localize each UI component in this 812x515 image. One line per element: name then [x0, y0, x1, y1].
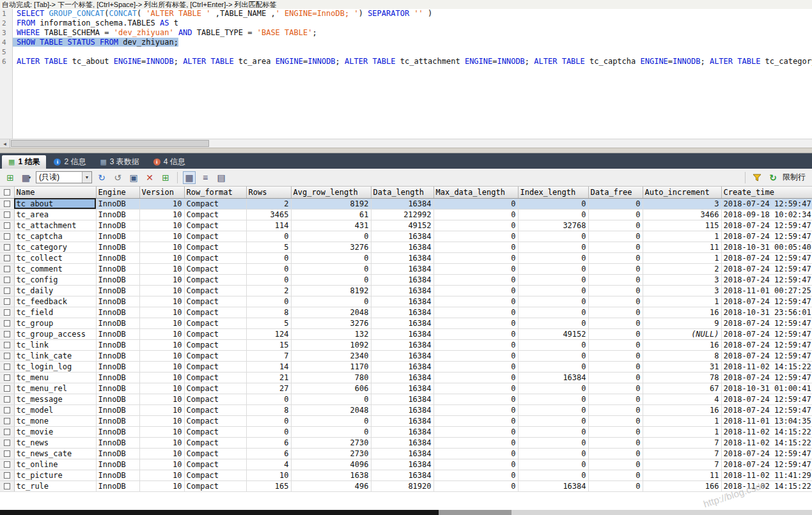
- cell-row_format[interactable]: Compact: [184, 285, 246, 296]
- cell-engine[interactable]: InnoDB: [96, 339, 139, 350]
- cell-row_format[interactable]: Compact: [184, 361, 246, 372]
- cell-data_length[interactable]: 16384: [371, 415, 433, 426]
- cell-auto_increment[interactable]: 7: [643, 448, 721, 459]
- cell-auto_increment[interactable]: 4: [643, 394, 721, 404]
- cell-index_length[interactable]: 0: [518, 296, 588, 307]
- cell-rows[interactable]: 14: [246, 361, 291, 372]
- cell-version[interactable]: 10: [139, 231, 184, 242]
- cell-auto_increment[interactable]: 2: [643, 263, 721, 274]
- cell-auto_increment[interactable]: 3466: [643, 209, 721, 220]
- editor-line[interactable]: 3WHERE TABLE_SCHEMA = 'dev_zhiyuan' AND …: [0, 28, 812, 38]
- cell-row_format[interactable]: Compact: [184, 252, 246, 263]
- cell-version[interactable]: 10: [139, 480, 184, 491]
- tab-3[interactable]: ▦3 表数据: [93, 155, 145, 169]
- cell-name[interactable]: tc_group: [14, 318, 96, 328]
- row-checkbox[interactable]: [4, 211, 10, 218]
- cell-engine[interactable]: InnoDB: [96, 437, 139, 448]
- cell-name[interactable]: tc_captcha: [14, 231, 96, 242]
- cell-index_length[interactable]: 0: [518, 318, 588, 328]
- cell-data_free[interactable]: 0: [588, 470, 643, 480]
- cell-create_time[interactable]: 2018-11-02 14:15:22: [721, 361, 812, 372]
- cell-max_data_length[interactable]: 0: [433, 459, 518, 470]
- cell-rows[interactable]: 2: [246, 198, 291, 209]
- cell-index_length[interactable]: 0: [518, 198, 588, 209]
- cell-avg_row_length[interactable]: 1092: [291, 339, 371, 350]
- row-checkbox[interactable]: [4, 342, 10, 348]
- cell-max_data_length[interactable]: 0: [433, 415, 518, 426]
- cell-index_length[interactable]: 0: [518, 231, 588, 242]
- cell-engine[interactable]: InnoDB: [96, 274, 139, 285]
- cell-create_time[interactable]: 2018-07-24 12:59:47: [721, 459, 812, 470]
- cell-engine[interactable]: InnoDB: [96, 198, 139, 209]
- cell-engine[interactable]: InnoDB: [96, 252, 139, 263]
- cell-auto_increment[interactable]: 1: [643, 415, 721, 426]
- cell-version[interactable]: 10: [139, 198, 184, 209]
- cell-data_length[interactable]: 16384: [371, 296, 433, 307]
- row-checkbox[interactable]: [4, 222, 10, 229]
- cell-auto_increment[interactable]: 7: [643, 459, 721, 470]
- cell-avg_row_length[interactable]: 780: [291, 372, 371, 383]
- cell-create_time[interactable]: 2018-07-24 12:59:47: [721, 198, 812, 209]
- cell-create_time[interactable]: 2018-11-01 00:27:25: [721, 285, 812, 296]
- cell-name[interactable]: tc_message: [14, 394, 96, 404]
- cell-auto_increment[interactable]: 9: [643, 318, 721, 328]
- cell-data_free[interactable]: 0: [588, 339, 643, 350]
- cell-name[interactable]: tc_picture: [14, 470, 96, 480]
- table-row[interactable]: tc_news_cateInnoDB10Compact6273016384000…: [0, 448, 812, 459]
- cell-avg_row_length[interactable]: 496: [291, 480, 371, 491]
- row-checkbox[interactable]: [4, 288, 10, 294]
- cell-name[interactable]: tc_about: [14, 198, 96, 209]
- cell-rows[interactable]: 8: [246, 307, 291, 318]
- table-row[interactable]: tc_group_accessInnoDB10Compact1241321638…: [0, 328, 812, 339]
- cell-data_free[interactable]: 0: [588, 220, 643, 231]
- cell-create_time[interactable]: 2018-07-24 12:59:47: [721, 350, 812, 361]
- cell-name[interactable]: tc_model: [14, 404, 96, 415]
- save-changes-icon[interactable]: ▣: [127, 171, 140, 184]
- cell-rows[interactable]: 124: [246, 328, 291, 339]
- cell-row_format[interactable]: Compact: [184, 220, 246, 231]
- cell-rows[interactable]: 10: [246, 470, 291, 480]
- cell-version[interactable]: 10: [139, 307, 184, 318]
- cell-create_time[interactable]: 2018-07-24 12:59:47: [721, 448, 812, 459]
- editor-line[interactable]: 5: [0, 47, 812, 57]
- cell-data_length[interactable]: 16384: [371, 383, 433, 394]
- scrollbar-thumb[interactable]: [11, 140, 209, 147]
- cell-row_format[interactable]: Compact: [184, 231, 246, 242]
- cell-avg_row_length[interactable]: 2048: [291, 404, 371, 415]
- cell-max_data_length[interactable]: 0: [433, 231, 518, 242]
- cell-rows[interactable]: 3465: [246, 209, 291, 220]
- editor-line[interactable]: 6ALTER TABLE tc_about ENGINE=INNODB; ALT…: [0, 57, 812, 66]
- cell-name[interactable]: tc_menu_rel: [14, 383, 96, 394]
- cell-engine[interactable]: InnoDB: [96, 285, 139, 296]
- cell-engine[interactable]: InnoDB: [96, 426, 139, 437]
- cell-data_free[interactable]: 0: [588, 318, 643, 328]
- cell-row_format[interactable]: Compact: [184, 448, 246, 459]
- cell-create_time[interactable]: 2018-07-24 12:59:47: [721, 318, 812, 328]
- cell-name[interactable]: tc_feedback: [14, 296, 96, 307]
- cell-max_data_length[interactable]: 0: [433, 220, 518, 231]
- cell-engine[interactable]: InnoDB: [96, 350, 139, 361]
- cell-data_free[interactable]: 0: [588, 404, 643, 415]
- cell-data_length[interactable]: 16384: [371, 285, 433, 296]
- cell-row_format[interactable]: Compact: [184, 296, 246, 307]
- cell-auto_increment[interactable]: 31: [643, 361, 721, 372]
- cell-rows[interactable]: 8: [246, 404, 291, 415]
- cell-rows[interactable]: 0: [246, 252, 291, 263]
- cell-version[interactable]: 10: [139, 285, 184, 296]
- cell-data_free[interactable]: 0: [588, 459, 643, 470]
- column-header-index_length[interactable]: Index_length: [518, 187, 588, 198]
- cell-version[interactable]: 10: [139, 383, 184, 394]
- cell-data_length[interactable]: 16384: [371, 263, 433, 274]
- cell-name[interactable]: tc_config: [14, 274, 96, 285]
- cell-version[interactable]: 10: [139, 394, 184, 404]
- cell-avg_row_length[interactable]: 2048: [291, 307, 371, 318]
- cell-rows[interactable]: 6: [246, 448, 291, 459]
- revert-icon[interactable]: ↺: [111, 171, 124, 184]
- cell-create_time[interactable]: 2018-07-24 12:59:47: [721, 404, 812, 415]
- cell-avg_row_length[interactable]: 0: [291, 394, 371, 404]
- cell-avg_row_length[interactable]: 132: [291, 328, 371, 339]
- table-row[interactable]: tc_categoryInnoDB10Compact53276163840001…: [0, 242, 812, 252]
- row-checkbox[interactable]: [4, 353, 10, 359]
- cell-rows[interactable]: 114: [246, 220, 291, 231]
- cell-data_free[interactable]: 0: [588, 394, 643, 404]
